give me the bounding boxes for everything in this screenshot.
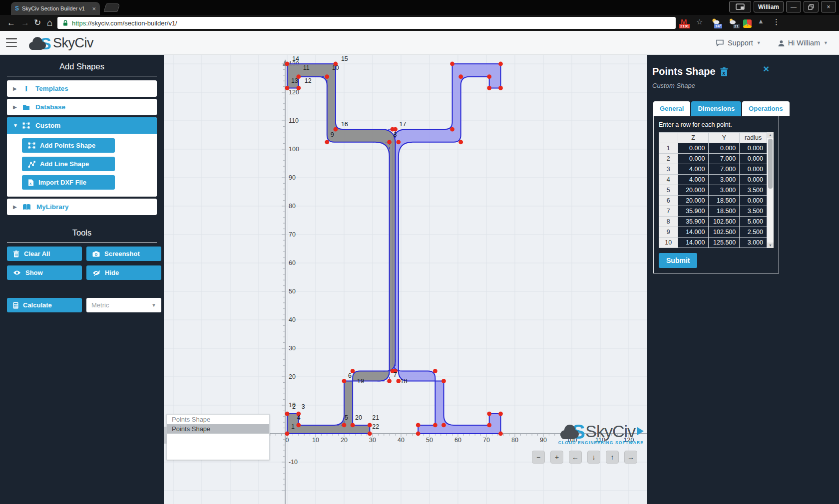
- point-value-cell[interactable]: 0.000: [678, 154, 709, 164]
- submit-button[interactable]: Submit: [659, 253, 697, 268]
- pan-left-button[interactable]: ←: [569, 451, 582, 464]
- url-bar[interactable]: https://skyciv.com/section-builder/v1/: [57, 17, 676, 29]
- shape-list-item[interactable]: Points Shape: [167, 415, 269, 424]
- back-button[interactable]: ←: [7, 17, 15, 29]
- sidebar-item-custom[interactable]: ▼ Custom: [7, 117, 157, 134]
- vertex-dot[interactable]: [334, 127, 338, 132]
- point-value-cell[interactable]: 14.000: [678, 238, 709, 248]
- selected-gray-section-shape[interactable]: [287, 64, 396, 434]
- vertex-dot[interactable]: [285, 62, 290, 66]
- point-value-cell[interactable]: 35.900: [678, 217, 709, 227]
- drawing-canvas[interactable]: 0102030405060708090100110120130120110100…: [164, 55, 647, 504]
- vertex-dot[interactable]: [433, 369, 437, 373]
- vertex-dot[interactable]: [285, 86, 290, 90]
- vertex-dot[interactable]: [498, 432, 503, 436]
- point-value-cell[interactable]: 0.000: [740, 164, 767, 175]
- point-value-cell[interactable]: 7.000: [709, 154, 740, 164]
- vertex-dot[interactable]: [387, 140, 392, 144]
- vertex-dot[interactable]: [296, 423, 301, 428]
- downloader-extension-icon[interactable]: ↓: [743, 18, 752, 28]
- hamburger-menu-icon[interactable]: [6, 38, 17, 47]
- pan-down-button[interactable]: ↓: [587, 451, 600, 464]
- pan-up-button[interactable]: ↑: [606, 451, 619, 464]
- user-menu[interactable]: Hi William▼: [778, 39, 828, 47]
- vertex-dot[interactable]: [296, 86, 301, 90]
- vertex-dot[interactable]: [458, 74, 463, 79]
- vertex-dot[interactable]: [416, 423, 420, 428]
- drive-extension-icon[interactable]: ▲: [758, 17, 764, 25]
- vertex-dot[interactable]: [487, 423, 491, 428]
- new-tab-button[interactable]: [103, 3, 120, 12]
- bookmark-star-icon[interactable]: ☆: [696, 17, 703, 26]
- blue-section-shape[interactable]: [393, 64, 501, 434]
- point-value-cell[interactable]: 20.000: [678, 196, 709, 206]
- point-value-cell[interactable]: 125.500: [709, 238, 740, 248]
- point-value-cell[interactable]: 0.000: [740, 154, 767, 164]
- point-value-cell[interactable]: 0.000: [740, 196, 767, 206]
- point-value-cell[interactable]: 4.000: [678, 164, 709, 175]
- shapes-list-overlay[interactable]: Points ShapePoints Shape: [166, 414, 270, 460]
- browser-menu-icon[interactable]: ⋮: [773, 17, 780, 26]
- vertex-dot[interactable]: [433, 423, 437, 428]
- vertex-dot[interactable]: [368, 423, 372, 428]
- vertex-dot[interactable]: [351, 423, 355, 428]
- sidebar-item-mylibrary[interactable]: ▶ MyLibrary: [7, 199, 157, 215]
- vertex-dot[interactable]: [387, 379, 392, 383]
- point-value-cell[interactable]: 20.000: [678, 185, 709, 196]
- point-value-cell[interactable]: 35.900: [678, 206, 709, 217]
- panel-close-icon[interactable]: ×: [763, 63, 769, 75]
- vertex-dot[interactable]: [487, 86, 491, 90]
- point-value-cell[interactable]: 0.000: [740, 175, 767, 185]
- point-value-cell[interactable]: 3.500: [740, 206, 767, 217]
- point-value-cell[interactable]: 3.500: [740, 185, 767, 196]
- point-value-cell[interactable]: 3.000: [709, 175, 740, 185]
- add-points-shape-button[interactable]: Add Points Shape: [22, 138, 115, 153]
- delete-shape-icon[interactable]: x: [720, 67, 728, 76]
- vertex-dot[interactable]: [441, 423, 446, 428]
- point-value-cell[interactable]: 0.000: [678, 143, 709, 154]
- show-button[interactable]: Show: [7, 265, 82, 280]
- screenshot-button[interactable]: Screenshot: [86, 247, 161, 261]
- add-line-shape-button[interactable]: Add Line Shape: [22, 157, 115, 171]
- sidebar-item-templates[interactable]: ▶ I Templates: [7, 80, 157, 97]
- zoom-out-button[interactable]: −: [532, 451, 545, 464]
- vertex-dot[interactable]: [458, 140, 463, 144]
- point-value-cell[interactable]: 18.500: [709, 196, 740, 206]
- table-scrollbar[interactable]: ▲ ▼: [767, 132, 774, 248]
- point-value-cell[interactable]: 14.000: [678, 227, 709, 238]
- vertex-dot[interactable]: [487, 412, 491, 416]
- vertex-dot[interactable]: [285, 432, 290, 436]
- import-dxf-button[interactable]: x Import DXF File: [22, 175, 115, 190]
- home-button[interactable]: ⌂: [47, 17, 52, 29]
- minimize-button[interactable]: —: [786, 1, 801, 12]
- vertex-dot[interactable]: [342, 379, 347, 383]
- point-value-cell[interactable]: 0.000: [709, 143, 740, 154]
- tab-dimensions[interactable]: Dimensions: [691, 101, 741, 116]
- point-value-cell[interactable]: 7.000: [709, 164, 740, 175]
- vertex-dot[interactable]: [487, 74, 491, 79]
- zoom-in-button[interactable]: +: [550, 451, 563, 464]
- reload-button[interactable]: ↻: [34, 17, 41, 29]
- point-value-cell[interactable]: 102.500: [709, 227, 740, 238]
- vertex-dot[interactable]: [342, 423, 347, 428]
- forward-button[interactable]: →: [21, 17, 29, 29]
- clear-all-button[interactable]: Clear All: [7, 247, 82, 261]
- point-value-cell[interactable]: 18.500: [709, 206, 740, 217]
- tab-close-icon[interactable]: ×: [92, 5, 96, 12]
- vertex-dot[interactable]: [416, 432, 420, 436]
- vertex-dot[interactable]: [498, 86, 503, 90]
- vertex-dot[interactable]: [325, 140, 329, 144]
- point-value-cell[interactable]: 3.000: [740, 238, 767, 248]
- units-select[interactable]: Metric ▼: [86, 298, 161, 312]
- point-value-cell[interactable]: 5.000: [740, 217, 767, 227]
- skyciv-logo[interactable]: S SkyCiv: [27, 34, 93, 52]
- point-value-cell[interactable]: 3.000: [709, 185, 740, 196]
- tab-general[interactable]: General: [653, 101, 690, 116]
- point-value-cell[interactable]: 4.000: [678, 175, 709, 185]
- vertex-dot[interactable]: [396, 140, 401, 144]
- window-close-button[interactable]: ×: [821, 1, 836, 12]
- point-value-cell[interactable]: 2.500: [740, 227, 767, 238]
- tab-operations[interactable]: Operations: [742, 101, 790, 116]
- browser-tab[interactable]: S SkyCiv Section Builder v1 ×: [11, 2, 100, 15]
- scroll-thumb[interactable]: [768, 139, 773, 189]
